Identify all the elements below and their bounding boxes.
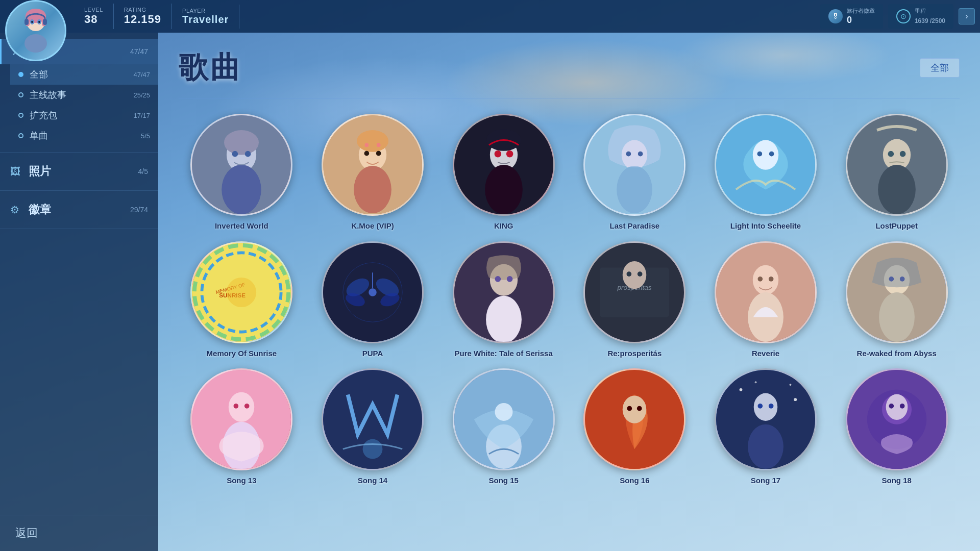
sidebar-item-singles[interactable]: 单曲 5/5 <box>10 126 158 146</box>
svg-point-7 <box>31 21 33 23</box>
song-item-10[interactable]: prosperitasRe:prosperitás <box>572 241 698 359</box>
mileage-icon: ⊙ <box>896 9 911 23</box>
svg-point-100 <box>757 404 763 409</box>
avatar-wrap[interactable] <box>5 0 71 66</box>
svg-point-90 <box>623 395 647 423</box>
svg-point-99 <box>754 393 778 421</box>
svg-point-19 <box>354 166 391 213</box>
svg-point-23 <box>364 143 369 147</box>
song-item-6[interactable]: LostPuppet <box>834 114 960 231</box>
song-item-1[interactable]: Inverted World <box>179 114 305 231</box>
sidebar-photos-label: 照片 <box>29 164 138 179</box>
svg-point-106 <box>889 404 894 409</box>
level-label: Level <box>84 7 103 13</box>
song-circle-5 <box>715 114 817 216</box>
song-item-7[interactable]: MEMORY OFSUNRISEMemory Of Sunrise <box>179 241 305 359</box>
sidebar-all-count: 47/47 <box>133 71 150 79</box>
svg-point-42 <box>878 165 916 214</box>
top-bar: Level 38 Rating 12.159 Player Traveller … <box>0 0 980 33</box>
photo-icon: 🖼 <box>10 166 22 178</box>
svg-point-8 <box>38 21 40 23</box>
svg-point-1 <box>24 34 47 53</box>
song-name-16: Song 16 <box>620 475 649 486</box>
sidebar-item-main-story[interactable]: 主线故事 25/25 <box>10 85 158 105</box>
song-item-15[interactable]: Song 15 <box>440 368 567 486</box>
sidebar-item-all[interactable]: 全部 47/47 <box>10 64 158 85</box>
back-button[interactable]: 返回 <box>0 515 158 551</box>
song-item-9[interactable]: Pure White: Tale of Serissa <box>440 241 567 359</box>
svg-point-77 <box>889 276 894 281</box>
sidebar-item-photos[interactable]: 🖼 照片 4/5 <box>0 159 158 184</box>
svg-point-98 <box>748 424 783 469</box>
song-circle-14 <box>322 368 424 470</box>
song-item-16[interactable]: Song 16 <box>572 368 698 486</box>
song-item-13[interactable]: Song 13 <box>179 368 305 486</box>
song-name-3: KING <box>494 221 513 231</box>
top-stats: Level 38 Rating 12.159 Player Traveller <box>74 4 239 29</box>
svg-point-33 <box>617 166 652 213</box>
song-name-11: Reverie <box>752 348 779 359</box>
rating-block: Rating 12.159 <box>114 4 172 29</box>
song-item-2[interactable]: K.Moe (VIP) <box>310 114 436 231</box>
song-item-17[interactable]: Song 17 <box>703 368 829 486</box>
svg-point-94 <box>740 388 743 391</box>
svg-point-21 <box>364 151 369 156</box>
sidebar-item-badges[interactable]: ⚙ 徽章 29/74 <box>0 197 158 222</box>
mileage-value: 1639 /2500 <box>915 15 945 26</box>
song-item-11[interactable]: Reverie <box>703 241 829 359</box>
svg-point-66 <box>623 261 647 288</box>
svg-point-107 <box>899 404 904 409</box>
song-name-8: PUPA <box>362 348 383 359</box>
song-item-4[interactable]: Last Paradise <box>572 114 698 231</box>
song-item-14[interactable]: Song 14 <box>310 368 436 486</box>
song-name-2: K.Moe (VIP) <box>351 221 394 231</box>
song-item-3[interactable]: KING <box>440 114 567 231</box>
sidebar-item-dlc[interactable]: 扩充包 17/17 <box>10 105 158 126</box>
song-name-1: Inverted World <box>215 221 268 231</box>
nav-next-button[interactable]: › <box>959 8 975 24</box>
song-circle-6 <box>846 114 948 216</box>
svg-rect-9 <box>24 19 29 25</box>
song-circle-11 <box>715 241 817 343</box>
player-name: Traveller <box>182 14 229 26</box>
svg-point-91 <box>627 406 632 411</box>
svg-point-24 <box>377 143 381 147</box>
sidebar-songs-count: 47/47 <box>130 47 148 56</box>
svg-point-22 <box>376 151 381 156</box>
sidebar-photos-count: 4/5 <box>138 167 148 176</box>
svg-point-61 <box>495 276 501 282</box>
sidebar-dlc-label: 扩充包 <box>30 109 133 121</box>
song-circle-13 <box>190 368 292 470</box>
sidebar-dlc-count: 17/17 <box>133 112 150 119</box>
sidebar-dot-main <box>18 92 23 97</box>
svg-point-78 <box>899 276 904 281</box>
song-name-7: Memory Of Sunrise <box>207 348 277 359</box>
song-name-17: Song 17 <box>751 475 780 486</box>
svg-point-56 <box>369 288 377 296</box>
song-item-12[interactable]: Re-waked from Abyss <box>834 241 960 359</box>
svg-point-67 <box>627 271 632 277</box>
filter-button[interactable]: 全部 <box>920 58 960 78</box>
song-item-5[interactable]: Light Into Scheelite <box>703 114 829 231</box>
song-name-9: Pure White: Tale of Serissa <box>455 348 553 359</box>
song-circle-18 <box>846 368 948 470</box>
svg-point-34 <box>626 152 631 157</box>
song-item-18[interactable]: Song 18 <box>834 368 960 486</box>
svg-point-88 <box>495 403 512 421</box>
song-item-8[interactable]: PUPA <box>310 241 436 359</box>
sidebar-sub-items: 全部 47/47 主线故事 25/25 扩充包 17/17 单曲 5/5 <box>0 64 158 146</box>
svg-point-16 <box>245 151 251 157</box>
song-name-14: Song 14 <box>358 475 387 486</box>
svg-point-83 <box>244 404 250 409</box>
svg-point-96 <box>755 381 757 383</box>
svg-point-44 <box>899 151 905 157</box>
player-label: Player <box>182 8 229 14</box>
svg-point-62 <box>506 276 512 282</box>
svg-point-20 <box>357 130 388 152</box>
sidebar: ♪ 歌曲 47/47 全部 47/47 主线故事 25/25 扩充包 17/17 <box>0 33 158 551</box>
sidebar-dot-singles <box>18 133 23 138</box>
svg-point-68 <box>638 271 643 277</box>
song-name-4: Last Paradise <box>610 221 660 231</box>
badge-icon: 🎖 <box>828 9 843 23</box>
page-title: 歌曲 <box>179 48 242 88</box>
